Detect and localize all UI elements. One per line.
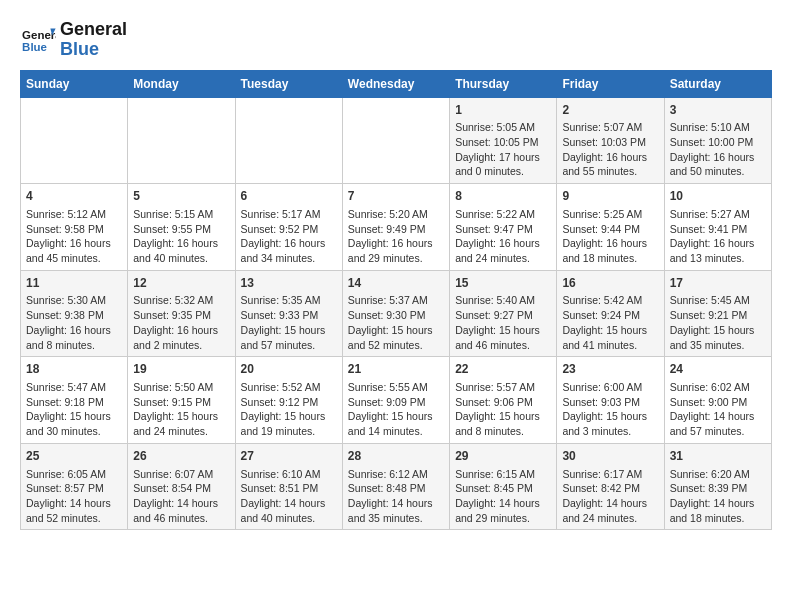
day-info: Sunrise: 6:12 AM xyxy=(348,467,444,482)
day-number: 4 xyxy=(26,188,122,205)
day-info: Sunrise: 6:17 AM xyxy=(562,467,658,482)
day-info: Sunrise: 5:42 AM xyxy=(562,293,658,308)
calendar-cell: 4Sunrise: 5:12 AMSunset: 9:58 PMDaylight… xyxy=(21,184,128,271)
day-info: Daylight: 16 hours and 24 minutes. xyxy=(455,236,551,265)
day-info: Sunrise: 5:10 AM xyxy=(670,120,766,135)
day-info: Sunrise: 5:35 AM xyxy=(241,293,337,308)
calendar-cell: 30Sunrise: 6:17 AMSunset: 8:42 PMDayligh… xyxy=(557,443,664,530)
day-info: Sunset: 9:52 PM xyxy=(241,222,337,237)
calendar-cell: 13Sunrise: 5:35 AMSunset: 9:33 PMDayligh… xyxy=(235,270,342,357)
calendar-table: SundayMondayTuesdayWednesdayThursdayFrid… xyxy=(20,70,772,531)
day-info: Daylight: 14 hours and 29 minutes. xyxy=(455,496,551,525)
day-info: Sunset: 9:00 PM xyxy=(670,395,766,410)
day-info: Daylight: 16 hours and 13 minutes. xyxy=(670,236,766,265)
day-number: 17 xyxy=(670,275,766,292)
calendar-cell: 21Sunrise: 5:55 AMSunset: 9:09 PMDayligh… xyxy=(342,357,449,444)
calendar-cell: 9Sunrise: 5:25 AMSunset: 9:44 PMDaylight… xyxy=(557,184,664,271)
day-info: Daylight: 14 hours and 40 minutes. xyxy=(241,496,337,525)
day-info: Sunset: 9:41 PM xyxy=(670,222,766,237)
day-info: Sunrise: 5:30 AM xyxy=(26,293,122,308)
weekday-header-saturday: Saturday xyxy=(664,70,771,97)
day-info: Sunrise: 5:25 AM xyxy=(562,207,658,222)
day-info: Daylight: 16 hours and 55 minutes. xyxy=(562,150,658,179)
day-number: 24 xyxy=(670,361,766,378)
day-info: Sunset: 9:06 PM xyxy=(455,395,551,410)
day-number: 13 xyxy=(241,275,337,292)
calendar-cell: 8Sunrise: 5:22 AMSunset: 9:47 PMDaylight… xyxy=(450,184,557,271)
day-number: 27 xyxy=(241,448,337,465)
day-info: Sunrise: 5:07 AM xyxy=(562,120,658,135)
day-number: 29 xyxy=(455,448,551,465)
day-info: Sunrise: 6:00 AM xyxy=(562,380,658,395)
day-info: Daylight: 15 hours and 3 minutes. xyxy=(562,409,658,438)
day-info: Sunrise: 5:45 AM xyxy=(670,293,766,308)
day-info: Sunset: 8:45 PM xyxy=(455,481,551,496)
day-number: 18 xyxy=(26,361,122,378)
day-info: Sunrise: 6:05 AM xyxy=(26,467,122,482)
day-number: 2 xyxy=(562,102,658,119)
day-number: 25 xyxy=(26,448,122,465)
day-info: Sunset: 9:21 PM xyxy=(670,308,766,323)
day-info: Daylight: 15 hours and 30 minutes. xyxy=(26,409,122,438)
day-info: Sunrise: 5:22 AM xyxy=(455,207,551,222)
calendar-cell xyxy=(342,97,449,184)
day-number: 21 xyxy=(348,361,444,378)
day-info: Sunset: 10:00 PM xyxy=(670,135,766,150)
day-info: Sunset: 9:24 PM xyxy=(562,308,658,323)
calendar-week-row: 25Sunrise: 6:05 AMSunset: 8:57 PMDayligh… xyxy=(21,443,772,530)
calendar-cell xyxy=(21,97,128,184)
day-info: Sunrise: 6:02 AM xyxy=(670,380,766,395)
day-info: Sunrise: 5:52 AM xyxy=(241,380,337,395)
calendar-cell: 18Sunrise: 5:47 AMSunset: 9:18 PMDayligh… xyxy=(21,357,128,444)
day-info: Sunrise: 5:47 AM xyxy=(26,380,122,395)
calendar-cell: 12Sunrise: 5:32 AMSunset: 9:35 PMDayligh… xyxy=(128,270,235,357)
day-info: Daylight: 14 hours and 24 minutes. xyxy=(562,496,658,525)
day-info: Sunset: 9:12 PM xyxy=(241,395,337,410)
day-info: Daylight: 15 hours and 35 minutes. xyxy=(670,323,766,352)
day-number: 10 xyxy=(670,188,766,205)
weekday-header-sunday: Sunday xyxy=(21,70,128,97)
day-info: Sunset: 8:42 PM xyxy=(562,481,658,496)
calendar-cell: 26Sunrise: 6:07 AMSunset: 8:54 PMDayligh… xyxy=(128,443,235,530)
day-number: 1 xyxy=(455,102,551,119)
day-number: 20 xyxy=(241,361,337,378)
day-number: 12 xyxy=(133,275,229,292)
day-info: Daylight: 16 hours and 2 minutes. xyxy=(133,323,229,352)
weekday-header-wednesday: Wednesday xyxy=(342,70,449,97)
day-info: Sunrise: 5:55 AM xyxy=(348,380,444,395)
day-info: Daylight: 16 hours and 50 minutes. xyxy=(670,150,766,179)
logo: General Blue General Blue xyxy=(20,20,127,60)
calendar-cell: 5Sunrise: 5:15 AMSunset: 9:55 PMDaylight… xyxy=(128,184,235,271)
day-info: Sunrise: 5:27 AM xyxy=(670,207,766,222)
day-info: Sunset: 9:35 PM xyxy=(133,308,229,323)
day-info: Daylight: 16 hours and 40 minutes. xyxy=(133,236,229,265)
calendar-cell xyxy=(235,97,342,184)
day-info: Sunset: 9:30 PM xyxy=(348,308,444,323)
calendar-cell: 27Sunrise: 6:10 AMSunset: 8:51 PMDayligh… xyxy=(235,443,342,530)
day-info: Daylight: 17 hours and 0 minutes. xyxy=(455,150,551,179)
day-info: Sunset: 9:58 PM xyxy=(26,222,122,237)
day-number: 22 xyxy=(455,361,551,378)
day-info: Sunset: 9:27 PM xyxy=(455,308,551,323)
weekday-header-thursday: Thursday xyxy=(450,70,557,97)
logo-icon: General Blue xyxy=(20,25,56,55)
weekday-header-friday: Friday xyxy=(557,70,664,97)
day-info: Daylight: 14 hours and 18 minutes. xyxy=(670,496,766,525)
day-info: Sunset: 8:54 PM xyxy=(133,481,229,496)
day-info: Sunset: 9:38 PM xyxy=(26,308,122,323)
calendar-cell: 14Sunrise: 5:37 AMSunset: 9:30 PMDayligh… xyxy=(342,270,449,357)
day-number: 23 xyxy=(562,361,658,378)
calendar-cell: 17Sunrise: 5:45 AMSunset: 9:21 PMDayligh… xyxy=(664,270,771,357)
day-info: Daylight: 15 hours and 19 minutes. xyxy=(241,409,337,438)
day-info: Daylight: 16 hours and 29 minutes. xyxy=(348,236,444,265)
day-info: Sunrise: 5:15 AM xyxy=(133,207,229,222)
day-info: Daylight: 15 hours and 24 minutes. xyxy=(133,409,229,438)
day-info: Sunrise: 5:17 AM xyxy=(241,207,337,222)
day-number: 7 xyxy=(348,188,444,205)
day-info: Daylight: 16 hours and 45 minutes. xyxy=(26,236,122,265)
day-info: Daylight: 15 hours and 46 minutes. xyxy=(455,323,551,352)
calendar-cell: 10Sunrise: 5:27 AMSunset: 9:41 PMDayligh… xyxy=(664,184,771,271)
day-number: 5 xyxy=(133,188,229,205)
day-info: Sunset: 9:33 PM xyxy=(241,308,337,323)
calendar-week-row: 4Sunrise: 5:12 AMSunset: 9:58 PMDaylight… xyxy=(21,184,772,271)
